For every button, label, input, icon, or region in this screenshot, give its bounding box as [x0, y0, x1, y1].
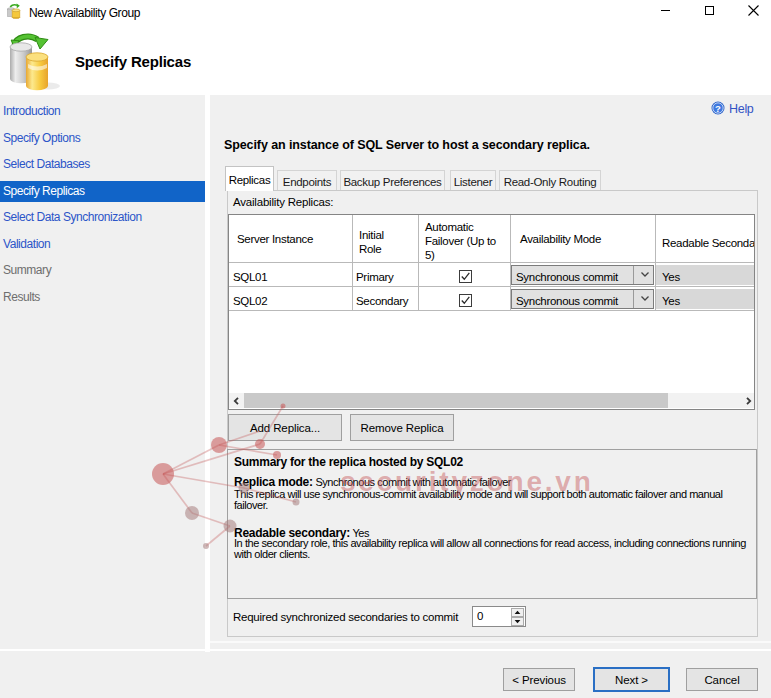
svg-text:?: ? — [715, 103, 721, 114]
